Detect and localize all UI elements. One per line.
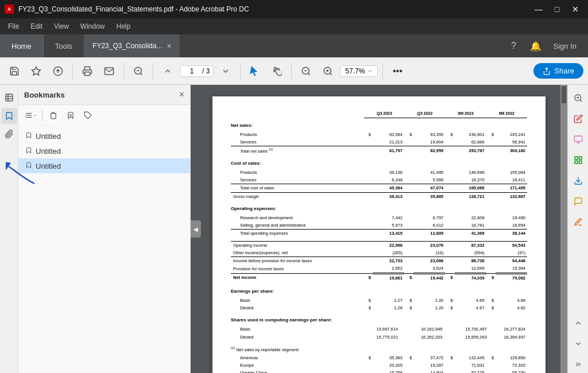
svg-line-27 <box>580 100 582 102</box>
print-button[interactable] <box>78 61 97 81</box>
page-separator: / 3 <box>202 67 210 75</box>
zoom-out-button[interactable] <box>129 61 148 81</box>
bookmarks-close-button[interactable]: × <box>179 90 184 100</box>
bookmarks-toolbar <box>18 105 190 126</box>
scan-button[interactable] <box>570 131 587 148</box>
svg-rect-36 <box>575 161 578 164</box>
bookmarks-header: Bookmarks × <box>18 85 190 105</box>
tab-close-button[interactable]: × <box>167 42 171 50</box>
hand-tool-button[interactable] <box>267 61 287 81</box>
bookmarks-title: Bookmarks <box>24 91 65 99</box>
menu-file[interactable]: File <box>2 20 25 33</box>
next-page-button[interactable] <box>216 61 235 81</box>
svg-marker-0 <box>32 67 41 75</box>
bookmark-icon-1 <box>25 131 32 141</box>
bookmark-item-3[interactable]: Untitled <box>18 158 190 173</box>
toolbar-separator-3 <box>153 63 153 79</box>
tab-bar: Home Tools FY23_Q3_Consolida... × ? 🔔 Si… <box>0 34 588 57</box>
bookmark-item-2[interactable]: Untitled <box>18 143 190 158</box>
bookmark-item-1[interactable]: Untitled <box>18 129 190 143</box>
close-button[interactable]: ✕ <box>567 3 583 15</box>
right-panel <box>567 85 588 373</box>
bookmark-icon-3 <box>25 161 32 170</box>
main-area: Bookmarks × Untitled <box>0 85 588 373</box>
svg-line-11 <box>330 73 332 75</box>
title-bar-left: A FY23_Q3_Consolidated_Financial_Stateme… <box>5 5 249 14</box>
comment-button[interactable] <box>570 193 587 210</box>
toolbar-separator-1 <box>72 63 73 79</box>
page-navigation: / 3 <box>180 65 214 77</box>
organize-pages-button[interactable] <box>570 151 587 169</box>
tag-bookmark-button[interactable] <box>80 107 96 123</box>
tab-tools[interactable]: Tools <box>44 34 84 57</box>
prev-page-button[interactable] <box>158 61 177 81</box>
bm-toolbar-sep-1 <box>42 110 42 121</box>
minimize-button[interactable]: — <box>531 3 547 15</box>
tab-document[interactable]: FY23_Q3_Consolida... × <box>84 34 180 57</box>
scroll-up-button[interactable] <box>570 314 587 332</box>
menu-bar: File Edit View Window Help <box>0 18 588 34</box>
tab-bar-right: ? 🔔 Sign In <box>505 34 588 57</box>
left-panel-icons <box>0 85 18 373</box>
bookmark-star-button[interactable] <box>26 61 46 81</box>
menu-edit[interactable]: Edit <box>25 20 48 33</box>
bookmark-label-1: Untitled <box>36 132 183 141</box>
upload-button[interactable] <box>48 61 68 81</box>
pdf-area[interactable]: ◀ Q3 2023 Q3 2022 9M 2023 9M 2022 Net sa… <box>191 85 567 373</box>
help-button[interactable]: ? <box>505 37 523 55</box>
zoom-decrease-button[interactable] <box>296 61 316 81</box>
share-button[interactable]: Share <box>533 63 583 79</box>
select-tool-button[interactable] <box>245 61 265 81</box>
svg-rect-35 <box>579 161 582 164</box>
bookmarks-list: Untitled Untitled Untitled <box>18 126 190 373</box>
notifications-button[interactable]: 🔔 <box>527 37 544 55</box>
more-options-button[interactable]: ••• <box>388 61 407 81</box>
zoom-value-display[interactable]: 57.7% <box>340 65 378 77</box>
bookmark-label-3: Untitled <box>36 162 183 170</box>
toolbar-separator-5 <box>291 63 292 79</box>
export-pdf-button[interactable] <box>570 172 587 189</box>
zoom-in-right-button[interactable] <box>570 90 587 107</box>
svg-rect-33 <box>575 157 578 160</box>
attachments-panel-button[interactable] <box>1 126 17 142</box>
bookmark-icon-2 <box>25 146 32 156</box>
add-bookmark-button[interactable] <box>63 107 79 123</box>
email-button[interactable] <box>99 61 119 81</box>
bookmarks-panel: Bookmarks × Untitled <box>18 85 191 373</box>
delete-bookmark-button[interactable] <box>45 107 61 123</box>
pdf-page: Q3 2023 Q3 2022 9M 2023 9M 2022 Net sale… <box>212 96 546 373</box>
window-controls[interactable]: — □ ✕ <box>531 3 583 15</box>
edit-pdf-button[interactable] <box>570 110 587 127</box>
title-bar: A FY23_Q3_Consolidated_Financial_Stateme… <box>0 0 588 18</box>
collapse-panel-button[interactable]: ◀ <box>191 220 201 238</box>
pages-panel-button[interactable] <box>1 90 17 106</box>
maximize-button[interactable]: □ <box>549 3 565 15</box>
menu-help[interactable]: Help <box>111 20 137 33</box>
toolbar-separator-6 <box>382 63 383 79</box>
save-button[interactable] <box>5 61 24 81</box>
current-page-input[interactable] <box>184 67 200 75</box>
bookmarks-panel-button[interactable] <box>1 108 17 124</box>
tab-home[interactable]: Home <box>0 34 44 57</box>
svg-rect-34 <box>579 157 582 160</box>
toolbar-separator-4 <box>240 63 241 79</box>
window-title: FY23_Q3_Consolidated_Financial_Statement… <box>18 5 249 13</box>
scrollbar[interactable] <box>560 85 567 373</box>
zoom-increase-button[interactable] <box>318 61 338 81</box>
sign-in-button[interactable]: Sign In <box>549 40 581 53</box>
scroll-down-button[interactable] <box>570 335 587 352</box>
expand-right-button[interactable] <box>570 356 587 373</box>
bookmark-label-2: Untitled <box>36 147 183 156</box>
bookmarks-options-button[interactable] <box>23 107 39 123</box>
toolbar-separator-2 <box>123 63 124 79</box>
svg-line-8 <box>308 73 310 75</box>
app-icon: A <box>5 5 14 14</box>
menu-window[interactable]: Window <box>75 20 111 33</box>
svg-rect-15 <box>6 94 13 101</box>
svg-rect-3 <box>85 72 90 75</box>
svg-line-5 <box>140 73 142 75</box>
toolbar: / 3 57.7% ••• Share <box>0 57 588 85</box>
svg-rect-30 <box>574 136 582 141</box>
menu-view[interactable]: View <box>48 20 75 33</box>
fill-sign-button[interactable] <box>570 213 587 231</box>
